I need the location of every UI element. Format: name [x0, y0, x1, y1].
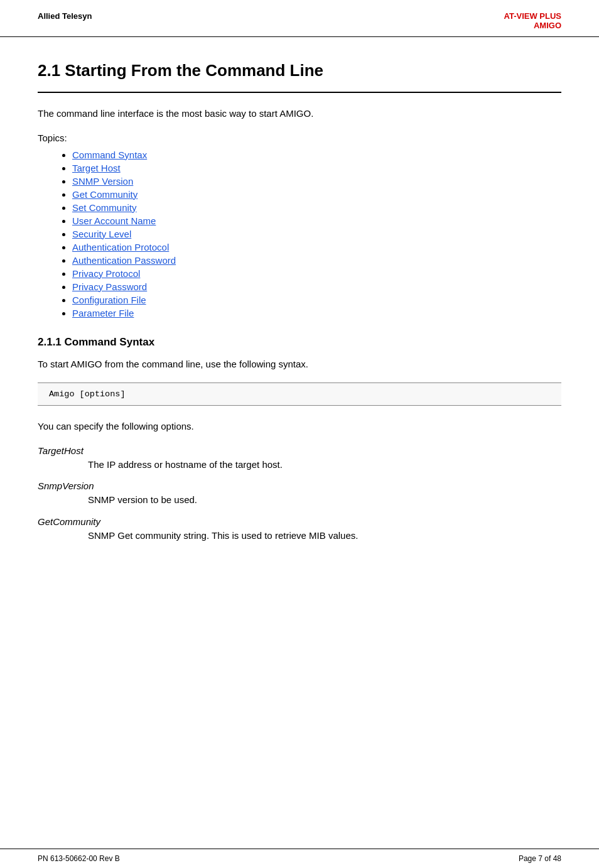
def-term: GetCommunity: [38, 516, 561, 527]
company-name: Allied Telesyn: [38, 11, 92, 21]
topic-link[interactable]: Authentication Protocol: [72, 242, 169, 252]
def-term: SnmpVersion: [38, 480, 561, 491]
page-footer: PN 613-50662-00 Rev B Page 7 of 48: [0, 849, 599, 868]
footer-right: Page 7 of 48: [519, 854, 561, 863]
definitions-list: TargetHostThe IP address or hostname of …: [38, 445, 561, 543]
header-brand: AT-VIEW PLUS AMIGO: [504, 11, 561, 30]
topics-list: Command SyntaxTarget HostSNMP VersionGet…: [72, 149, 561, 318]
page-header: Allied Telesyn AT-VIEW PLUS AMIGO: [0, 0, 599, 37]
section-heading-command-syntax: 2.1.1 Command Syntax: [38, 336, 561, 349]
topic-item: User Account Name: [72, 215, 561, 226]
topic-link[interactable]: Privacy Protocol: [72, 268, 140, 279]
topic-item: Set Community: [72, 202, 561, 213]
brand-name: AT-VIEW PLUS: [504, 11, 561, 21]
topic-item: Configuration File: [72, 295, 561, 305]
topic-link[interactable]: Parameter File: [72, 308, 134, 318]
topic-link[interactable]: Security Level: [72, 229, 131, 239]
topic-link[interactable]: Command Syntax: [72, 149, 147, 160]
code-block-wrapper: Amigo [options]: [38, 382, 561, 406]
def-desc: SNMP version to be used.: [88, 493, 561, 507]
topic-link[interactable]: SNMP Version: [72, 176, 133, 187]
topic-link[interactable]: Target Host: [72, 163, 121, 173]
topic-link[interactable]: User Account Name: [72, 215, 156, 226]
topic-link[interactable]: Privacy Password: [72, 281, 147, 292]
def-desc: The IP address or hostname of the target…: [88, 458, 561, 472]
topic-item: Authentication Password: [72, 255, 561, 266]
def-term: TargetHost: [38, 445, 561, 456]
title-divider: [38, 92, 561, 93]
topic-item: Command Syntax: [72, 149, 561, 160]
topic-link[interactable]: Set Community: [72, 202, 137, 213]
topic-link[interactable]: Configuration File: [72, 295, 146, 305]
page-title: 2.1 Starting From the Command Line: [38, 61, 561, 80]
footer-left: PN 613-50662-00 Rev B: [38, 854, 120, 863]
topic-link[interactable]: Authentication Password: [72, 255, 176, 266]
topics-label: Topics:: [38, 133, 561, 143]
options-intro-text: You can specify the following options.: [38, 420, 561, 434]
topic-item: Get Community: [72, 189, 561, 200]
code-block: Amigo [options]: [49, 389, 550, 399]
section-command-syntax: 2.1.1 Command Syntax To start AMIGO from…: [38, 336, 561, 543]
topic-item: Privacy Password: [72, 281, 561, 292]
topic-item: Authentication Protocol: [72, 242, 561, 252]
topic-item: Target Host: [72, 163, 561, 173]
topic-item: Parameter File: [72, 308, 561, 318]
section-intro-text: To start AMIGO from the command line, us…: [38, 357, 561, 372]
product-name: AMIGO: [504, 21, 561, 30]
topic-link[interactable]: Get Community: [72, 189, 138, 200]
main-content: 2.1 Starting From the Command Line The c…: [0, 37, 599, 849]
topic-item: Privacy Protocol: [72, 268, 561, 279]
topic-item: Security Level: [72, 229, 561, 239]
intro-paragraph: The command line interface is the most b…: [38, 107, 561, 121]
topic-item: SNMP Version: [72, 176, 561, 187]
def-desc: SNMP Get community string. This is used …: [88, 529, 561, 543]
page-wrapper: Allied Telesyn AT-VIEW PLUS AMIGO 2.1 St…: [0, 0, 599, 868]
